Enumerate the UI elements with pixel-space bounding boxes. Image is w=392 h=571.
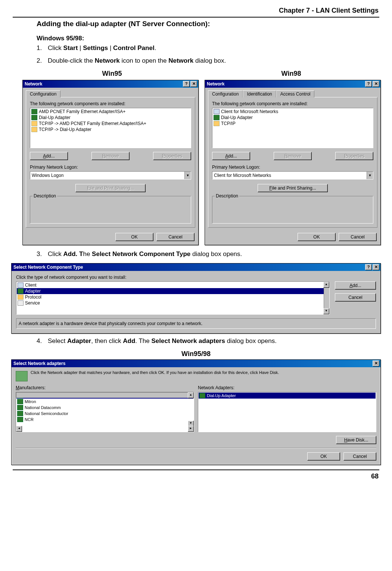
remove-button[interactable]: Remove: [274, 152, 312, 160]
list-item-label: TCP/IP -> AMD PCNET Family Ethernet Adap…: [39, 121, 146, 126]
net-icon: [18, 294, 24, 300]
comp-icon: [214, 109, 220, 114]
list-item[interactable]: Adapter: [17, 288, 329, 294]
components-listbox[interactable]: AMD PCNET Family Ethernet Adapter/ISA+Di…: [30, 108, 191, 148]
tab-configuration[interactable]: Configuration: [208, 90, 243, 97]
ok-button[interactable]: OK: [307, 452, 340, 461]
scroll-up-icon[interactable]: ▲: [188, 392, 194, 398]
close-icon[interactable]: ✕: [373, 264, 379, 270]
manufacturers-label: Manufacturers:: [16, 385, 194, 390]
adapters-listbox[interactable]: Dial-Up Adapter: [198, 392, 376, 432]
component-type-dialog: Select Network Component Type ? ✕ Click …: [11, 263, 381, 334]
network-dialog-win98: Network ? ✕ Configuration Identification…: [205, 80, 381, 245]
list-item[interactable]: TCP/IP: [213, 121, 373, 127]
list-item[interactable]: National Datacomm: [16, 405, 193, 411]
rule-bottom: [13, 469, 379, 470]
properties-button[interactable]: Properties: [153, 152, 191, 160]
list-item-label: Service: [25, 300, 40, 306]
file-print-sharing-button[interactable]: File and Print Sharing...: [75, 184, 146, 192]
step-2: 2. Double-click the Network icon to open…: [37, 57, 381, 65]
manufacturers-listbox[interactable]: MicrosoftMitronNational DatacommNational…: [16, 392, 194, 432]
have-disk-button[interactable]: Have Disk...: [336, 436, 376, 444]
chapter-title: Chapter 7 - LAN Client Settings: [11, 7, 379, 15]
primary-logon-value: Client for Microsoft Networks: [212, 173, 367, 178]
list-item[interactable]: Microsoft: [16, 393, 193, 399]
add-button[interactable]: Add...: [30, 152, 68, 160]
rule-top: [13, 17, 379, 18]
scroll-up-icon[interactable]: ▲: [323, 282, 329, 288]
card-icon: [17, 417, 23, 422]
network-adapters-dialog: Select Network adapters ✕ Click the Netw…: [11, 359, 381, 465]
list-item[interactable]: TCP/IP -> AMD PCNET Family Ethernet Adap…: [31, 121, 190, 127]
cancel-button[interactable]: Cancel: [156, 233, 195, 241]
page-number: 68: [11, 472, 379, 480]
help-icon[interactable]: ?: [365, 264, 372, 270]
node-icon: [18, 300, 24, 306]
components-label: The following network components are ins…: [212, 101, 373, 106]
add-button[interactable]: Add...: [335, 281, 376, 290]
scroll-left-icon[interactable]: ◄: [16, 426, 22, 432]
list-item-label: Microsoft: [25, 393, 41, 398]
list-item[interactable]: Protocol: [17, 294, 329, 300]
close-icon[interactable]: ✕: [373, 361, 379, 366]
primary-logon-label: Primary Network Logon:: [212, 165, 373, 170]
help-icon[interactable]: ?: [365, 81, 372, 87]
titlebar[interactable]: Network ? ✕: [23, 80, 198, 88]
properties-button[interactable]: Properties: [335, 152, 373, 160]
list-item[interactable]: National Semiconductor: [16, 411, 193, 416]
net-icon: [214, 121, 220, 126]
close-icon[interactable]: ✕: [373, 81, 379, 87]
components-listbox[interactable]: Client for Microsoft NetworksDial-Up Ada…: [212, 108, 373, 148]
primary-logon-combo[interactable]: Client for Microsoft Networks ▼: [212, 171, 373, 180]
primary-logon-combo[interactable]: Windows Logon ▼: [30, 171, 191, 180]
step-3-num: 3.: [37, 250, 48, 258]
titlebar[interactable]: Network ? ✕: [205, 80, 380, 88]
titlebar[interactable]: Select Network adapters ✕: [12, 360, 380, 367]
tab-identification[interactable]: Identification: [243, 90, 276, 97]
close-icon[interactable]: ✕: [190, 81, 197, 87]
list-item[interactable]: Mitron: [16, 399, 193, 405]
ok-button[interactable]: OK: [115, 233, 153, 241]
step-3-text: Click Add. The Select Network Component …: [48, 250, 242, 258]
list-item[interactable]: NCR: [16, 416, 193, 422]
list-item-label: Dial-Up Adapter: [221, 115, 253, 120]
scroll-down-icon[interactable]: ▼: [323, 308, 329, 314]
list-item[interactable]: Service: [17, 300, 329, 306]
tab-access-control[interactable]: Access Control: [276, 90, 315, 97]
tab-configuration[interactable]: Configuration: [26, 90, 60, 97]
titlebar[interactable]: Select Network Component Type ? ✕: [12, 263, 380, 271]
chevron-down-icon[interactable]: ▼: [184, 172, 191, 179]
list-item[interactable]: Client for Microsoft Networks: [213, 109, 373, 115]
list-item[interactable]: Dial-Up Adapter: [199, 393, 376, 399]
list-item[interactable]: Client: [17, 282, 329, 288]
list-item[interactable]: AMD PCNET Family Ethernet Adapter/ISA+: [31, 109, 190, 115]
description-group: Description: [212, 196, 373, 224]
step-1: 1. Click Start | Settings | Control Pane…: [37, 44, 381, 52]
net-icon: [31, 121, 37, 126]
remove-button[interactable]: Remove: [91, 152, 130, 160]
cancel-button[interactable]: Cancel: [343, 452, 376, 461]
file-print-sharing-button[interactable]: File and Print Sharing...: [258, 184, 328, 192]
primary-logon-label: Primary Network Logon:: [30, 165, 191, 170]
ok-button[interactable]: OK: [298, 233, 336, 241]
list-item[interactable]: Dial-Up Adapter: [31, 115, 190, 121]
description-group: Description: [30, 196, 191, 224]
adapters-caption: Win95/98: [11, 350, 381, 358]
step-2-text: Double-click the Network icon to open th…: [48, 57, 226, 65]
step-1-text: Click Start | Settings | Control Panel.: [48, 44, 156, 52]
cancel-button[interactable]: Cancel: [335, 293, 376, 302]
list-item[interactable]: Dial-Up Adapter: [213, 115, 373, 121]
dialog-title: Select Network Component Type: [13, 265, 364, 270]
step-4-text: Select Adapter, then click Add. The Sele…: [48, 337, 277, 345]
list-item-label: AMD PCNET Family Ethernet Adapter/ISA+: [39, 109, 125, 114]
help-icon[interactable]: ?: [183, 81, 190, 87]
cancel-button[interactable]: Cancel: [339, 233, 377, 241]
scroll-right-icon[interactable]: ►: [188, 426, 194, 432]
component-description: A network adapter is a hardware device t…: [16, 318, 376, 329]
list-item[interactable]: TCP/IP -> Dial-Up Adapter: [31, 127, 190, 132]
add-button[interactable]: Add...: [212, 152, 250, 160]
adapters-label: Network Adapters:: [198, 385, 376, 390]
list-item-label: Dial-Up Adapter: [207, 393, 236, 398]
chevron-down-icon[interactable]: ▼: [367, 172, 373, 179]
component-listbox[interactable]: ClientAdapterProtocolService▲▼: [16, 281, 330, 315]
